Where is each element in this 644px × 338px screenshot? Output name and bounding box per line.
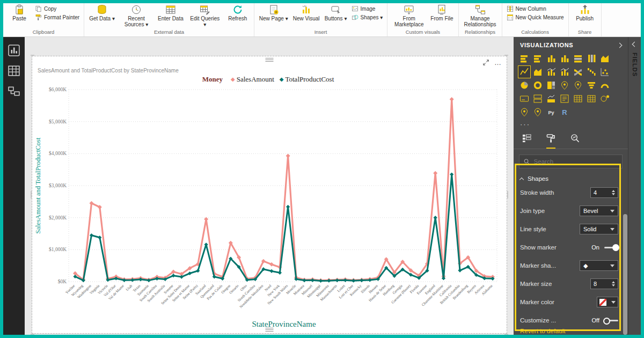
fields-panel-collapsed[interactable]: FIELDS: [628, 37, 641, 335]
customize-toggle[interactable]: Off: [592, 317, 618, 324]
resize-handle-right[interactable]: [507, 191, 508, 199]
revert-to-default-link[interactable]: Revert to default: [520, 328, 565, 334]
filled-map-icon[interactable]: [572, 79, 584, 92]
visual-header-actions: …: [483, 58, 501, 68]
key-influencers-icon[interactable]: [598, 92, 611, 105]
format-painter-button[interactable]: Format Painter: [34, 13, 80, 21]
new-quick-measure-button[interactable]: New Quick Measure: [506, 13, 565, 21]
marker-color-color[interactable]: [597, 297, 618, 307]
collapse-panel-icon[interactable]: [617, 42, 623, 48]
panel-scrollbar[interactable]: [623, 214, 627, 335]
table-icon[interactable]: [572, 92, 584, 105]
pie-chart-icon[interactable]: [518, 79, 531, 92]
refresh-button[interactable]: Refresh: [225, 4, 251, 22]
stepper-arrows-icon[interactable]: [612, 190, 615, 195]
publish-button[interactable]: Publish: [572, 4, 598, 22]
customize-switch[interactable]: [604, 320, 618, 321]
donut-chart-icon[interactable]: [531, 79, 544, 92]
edit-queries-button[interactable]: Edit Queries ▾: [187, 4, 223, 28]
marker-sha-select[interactable]: ◆: [580, 260, 618, 271]
visual-drag-handle-top[interactable]: [266, 58, 274, 62]
from-marketplace-button[interactable]: From Marketplace: [391, 4, 427, 28]
resize-handle-top-left[interactable]: [31, 55, 34, 56]
format-search-box[interactable]: [519, 155, 623, 168]
matrix-icon[interactable]: [585, 92, 598, 105]
waterfall-chart-icon[interactable]: [585, 65, 598, 78]
more-visuals[interactable]: ···: [514, 119, 628, 128]
funnel-icon[interactable]: [585, 79, 598, 92]
resize-handle-bottom-left[interactable]: [31, 334, 34, 335]
scatter-chart-icon[interactable]: [598, 65, 611, 78]
ribbon-chart-icon[interactable]: [572, 65, 584, 78]
line-chart-icon[interactable]: [518, 65, 531, 78]
search-input[interactable]: [533, 158, 618, 165]
stacked-bar-chart-icon[interactable]: [518, 52, 531, 65]
panel-tabs: [514, 129, 628, 149]
stroke-width-stepper[interactable]: 4: [590, 187, 618, 198]
svg-text:StateProvinceName: StateProvinceName: [252, 320, 316, 328]
image-button[interactable]: Image: [350, 5, 384, 12]
expand-fields-icon[interactable]: [632, 42, 638, 47]
line-and-stacked-column-chart-icon[interactable]: [545, 65, 558, 78]
svg-text:$1,000K: $1,000K: [49, 247, 67, 252]
data-view-button[interactable]: [8, 65, 20, 77]
get-data-icon: [97, 4, 107, 15]
treemap-icon[interactable]: [545, 79, 558, 92]
new-page-button[interactable]: New Page ▾: [258, 4, 290, 22]
gauge-icon[interactable]: [598, 79, 611, 92]
area-chart-icon[interactable]: [598, 52, 611, 65]
kpi-icon[interactable]: [545, 92, 558, 105]
resize-handle-top-right[interactable]: [504, 55, 508, 56]
new-visual-button[interactable]: New Visual: [291, 4, 321, 22]
new-column-button[interactable]: New Column: [506, 5, 565, 12]
marker-size-stepper[interactable]: 8: [590, 278, 618, 289]
paste-button[interactable]: Paste: [6, 4, 32, 22]
format-tab[interactable]: [546, 134, 555, 149]
stacked-column-chart-icon[interactable]: [545, 52, 558, 65]
stacked-area-chart-icon[interactable]: [531, 65, 544, 78]
report-canvas[interactable]: … SalesAmount and TotalProductCost by St…: [25, 37, 514, 335]
recent-sources-button[interactable]: Recent Sources ▾: [118, 4, 155, 28]
copy-button[interactable]: Copy: [34, 5, 80, 12]
clustered-bar-chart-icon[interactable]: [531, 52, 544, 65]
enter-data-button[interactable]: Enter Data: [156, 4, 185, 22]
buttons-icon: [331, 4, 341, 15]
multi-row-card-icon[interactable]: [531, 92, 544, 105]
card-icon[interactable]: [518, 92, 531, 105]
new-visual-icon: [301, 4, 312, 15]
from-file-button[interactable]: From File: [429, 4, 455, 22]
clustered-column-chart-icon[interactable]: [558, 52, 571, 65]
r-script-visual-icon[interactable]: R: [558, 106, 571, 119]
shapes-button[interactable]: Shapes ▾: [350, 13, 384, 21]
analytics-tab[interactable]: [570, 134, 580, 149]
stepper-arrows-icon[interactable]: [612, 281, 615, 286]
resize-handle-left[interactable]: [31, 191, 32, 199]
model-view-button[interactable]: [8, 85, 20, 97]
line-and-clustered-column-chart-icon[interactable]: [558, 65, 571, 78]
get-data-button[interactable]: Get Data ▾: [87, 4, 116, 22]
chevron-down-icon: [610, 210, 614, 212]
svg-text:$2,000K: $2,000K: [49, 215, 67, 221]
show-marker-switch[interactable]: [604, 247, 618, 248]
arcgis-map-icon[interactable]: [531, 106, 544, 119]
slicer-icon[interactable]: [558, 92, 571, 105]
line-style-select[interactable]: Solid: [580, 224, 618, 234]
resize-handle-bottom-right[interactable]: [504, 334, 508, 335]
line-chart-visual[interactable]: … SalesAmount and TotalProductCost by St…: [32, 56, 507, 333]
button-label: Publish: [576, 16, 594, 21]
python-visual-icon[interactable]: Py: [545, 106, 558, 119]
fields-tab[interactable]: [522, 134, 531, 149]
ribbon-group-label: Custom visuals: [387, 29, 458, 36]
map-icon[interactable]: [558, 79, 571, 92]
show-marker-toggle[interactable]: On: [591, 244, 618, 251]
focus-mode-icon[interactable]: [483, 58, 489, 68]
manage-relationships-button[interactable]: Manage Relationships: [462, 4, 499, 28]
join-type-select[interactable]: Bevel: [580, 205, 618, 216]
buttons-button[interactable]: Buttons ▾: [323, 4, 349, 22]
100-stacked-column-chart-icon[interactable]: [585, 52, 598, 65]
more-options-icon[interactable]: …: [494, 60, 501, 65]
report-view-button[interactable]: [8, 45, 20, 56]
shapes-section-header[interactable]: Shapes: [514, 171, 628, 183]
100-stacked-bar-chart-icon[interactable]: [572, 52, 584, 65]
shape-map-icon[interactable]: [518, 106, 531, 119]
